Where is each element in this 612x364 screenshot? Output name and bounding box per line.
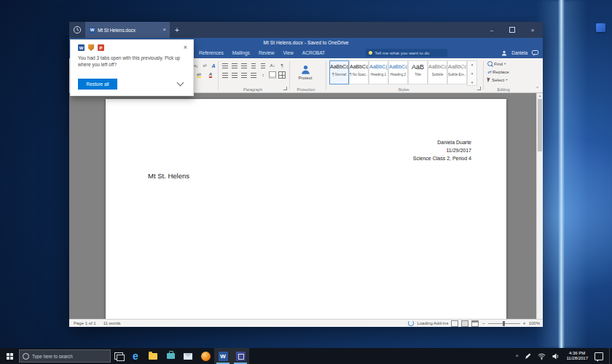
new-tab-button[interactable]: +: [170, 22, 184, 38]
show-desktop-button[interactable]: [609, 348, 612, 364]
taskbar-app-file-explorer[interactable]: [144, 348, 162, 364]
protect-button[interactable]: Protect: [291, 60, 319, 84]
paragraph-dialog-launcher[interactable]: [283, 87, 287, 90]
group-divider: [483, 61, 484, 90]
justify-button[interactable]: [249, 71, 258, 79]
close-button[interactable]: ×: [522, 22, 543, 38]
document-tab[interactable]: W Mt St Helens.docx ×: [85, 22, 170, 38]
select-button[interactable]: Select ▾: [487, 77, 507, 82]
restore-all-button[interactable]: Restore all: [78, 79, 117, 90]
taskbar: e W ^ 4:36 PM 11/28/2017: [0, 348, 612, 364]
style-sample: AaBbCcDc: [330, 61, 348, 73]
style-no-spacing[interactable]: AaBbCcDc ¶ No Spac...: [349, 60, 369, 84]
align-right-button[interactable]: [240, 71, 248, 79]
shading-button[interactable]: [268, 71, 277, 79]
taskbar-clock[interactable]: 4:36 PM 11/28/2017: [566, 351, 588, 361]
system-tray: ^ 4:36 PM 11/28/2017: [516, 351, 609, 361]
desktop-shortcut-icon[interactable]: [596, 23, 605, 32]
style-subtitle[interactable]: AaBbCcD Subtitle: [428, 60, 447, 84]
font-color-button[interactable]: A: [206, 71, 215, 79]
gallery-scroll-up-icon[interactable]: ▴: [471, 62, 474, 66]
multilevel-list-button[interactable]: [240, 61, 248, 70]
file-explorer-icon: [149, 353, 157, 360]
zoom-slider[interactable]: [488, 323, 520, 324]
taskbar-search-box[interactable]: [19, 349, 111, 363]
tray-overflow-chevron-icon[interactable]: ^: [516, 354, 518, 359]
network-icon[interactable]: [538, 353, 546, 360]
style-heading-1[interactable]: AaBbC( Heading 1: [369, 60, 388, 84]
vertical-scrollbar[interactable]: ▴: [536, 93, 543, 319]
word-count[interactable]: 11 words: [103, 321, 121, 325]
ribbon-tab-view[interactable]: View: [279, 50, 298, 55]
popup-close-icon[interactable]: ×: [184, 44, 187, 51]
tell-me-box[interactable]: Tell me what you want to do: [366, 49, 447, 57]
text-effects-button[interactable]: A: [209, 61, 218, 70]
sort-button[interactable]: A↓: [268, 61, 277, 70]
line-spacing-button[interactable]: ↕: [259, 71, 267, 79]
numbering-button[interactable]: [230, 61, 239, 70]
action-center-icon[interactable]: [595, 352, 603, 360]
styles-dialog-launcher[interactable]: [477, 87, 481, 90]
gallery-scroll-down-icon[interactable]: ▾: [471, 71, 474, 76]
task-view-button[interactable]: [111, 348, 127, 364]
web-layout-button[interactable]: [471, 320, 479, 327]
taskbar-app-firefox[interactable]: [197, 348, 214, 364]
align-left-button[interactable]: [221, 71, 230, 79]
taskbar-app-word[interactable]: W: [214, 348, 232, 364]
style-normal[interactable]: AaBbCcDc ¶ Normal: [329, 60, 349, 84]
taskbar-app-edge[interactable]: e: [127, 348, 144, 364]
zoom-in-button[interactable]: +: [523, 321, 526, 326]
signed-in-user[interactable]: Daniela: [511, 50, 527, 55]
borders-button[interactable]: [278, 71, 286, 79]
find-label: Find: [494, 61, 503, 66]
document-line: 11/29/2017: [106, 146, 471, 154]
start-button[interactable]: [0, 348, 19, 364]
find-button[interactable]: Find ▾: [487, 61, 506, 66]
gallery-more-icon[interactable]: ▾: [471, 80, 474, 84]
show-hide-paragraph-button[interactable]: ¶: [278, 61, 286, 70]
highlight-button[interactable]: ab: [195, 71, 203, 79]
zoom-level[interactable]: 100%: [529, 321, 540, 325]
taskbar-app-window[interactable]: [232, 348, 249, 364]
print-layout-button[interactable]: [461, 320, 468, 327]
scrollbar-thumb[interactable]: [538, 99, 542, 151]
volume-icon[interactable]: [552, 353, 560, 360]
page-count[interactable]: Page 1 of 1: [74, 321, 96, 325]
style-heading-2[interactable]: AaBbCcE Heading 2: [388, 60, 408, 84]
style-subtle-emphasis[interactable]: AaBbCcDu Subtle Em...: [447, 60, 467, 84]
superscript-button[interactable]: x²: [200, 61, 209, 70]
taskbar-app-store[interactable]: [162, 348, 179, 364]
increase-indent-button[interactable]: [259, 61, 267, 70]
ribbon-tab-references[interactable]: References: [195, 50, 228, 55]
search-input[interactable]: [32, 354, 101, 359]
select-label: Select: [492, 77, 504, 82]
comments-icon[interactable]: [532, 50, 538, 56]
scroll-up-icon[interactable]: ▴: [539, 93, 541, 98]
maximize-button[interactable]: [502, 22, 522, 38]
style-title[interactable]: AaB Title: [408, 60, 428, 84]
ribbon-tab-mailings[interactable]: Mailings: [228, 50, 254, 55]
justify-icon: [251, 73, 256, 78]
pen-icon[interactable]: [525, 353, 531, 360]
wallpaper-light-beam: [558, 0, 565, 348]
taskbar-app-mail[interactable]: [179, 348, 197, 364]
popup-message: You had 3 tabs open with this previously…: [71, 51, 193, 68]
previous-tabs-button[interactable]: [69, 22, 85, 38]
tab-close-icon[interactable]: ×: [162, 27, 166, 33]
clock-time: 4:36 PM: [566, 351, 588, 356]
shading-icon: [269, 71, 276, 79]
style-sample: AaBbCcD: [428, 61, 447, 73]
popup-expand-chevron-icon[interactable]: [177, 79, 184, 87]
align-center-button[interactable]: [230, 71, 239, 79]
zoom-slider-thumb[interactable]: [503, 321, 505, 326]
replace-button[interactable]: ⇄ Replace: [487, 69, 509, 74]
bullets-button[interactable]: [221, 61, 230, 70]
ribbon-tab-acrobat[interactable]: ACROBAT: [298, 50, 329, 55]
zoom-out-button[interactable]: −: [482, 321, 484, 326]
ribbon-tab-review[interactable]: Review: [254, 50, 279, 55]
minimize-button[interactable]: –: [482, 22, 502, 38]
collapse-ribbon-button[interactable]: ^: [536, 86, 538, 90]
decrease-indent-button[interactable]: [249, 61, 258, 70]
read-mode-button[interactable]: [451, 320, 458, 327]
document-page[interactable]: Daniela Duarte 11/29/2017 Science Class …: [106, 99, 506, 319]
